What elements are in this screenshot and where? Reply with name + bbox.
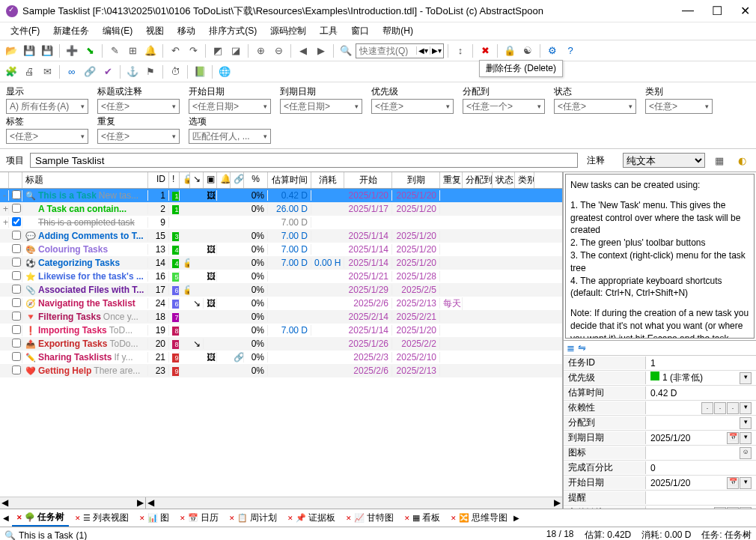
comments-format[interactable]: 纯文本: [623, 153, 705, 168]
view-tab[interactable]: ✕☰列表视图: [70, 510, 133, 526]
view-tab[interactable]: ✕🔀思维导图: [446, 510, 512, 526]
new-task-icon[interactable]: ➕: [64, 43, 80, 59]
task-checkbox[interactable]: [12, 339, 21, 348]
quickfind-prev[interactable]: ◀▾: [416, 46, 430, 55]
minimize-button[interactable]: —: [682, 4, 694, 18]
project-name-input[interactable]: [30, 153, 578, 168]
attr-btn[interactable]: .: [727, 402, 739, 414]
attr-row[interactable]: 完成百分比0: [564, 461, 756, 476]
view-tab[interactable]: ✕📊图: [135, 510, 174, 526]
attr-btn[interactable]: 📅: [727, 477, 739, 489]
prefs-icon[interactable]: ⚙: [544, 43, 561, 59]
filter-select[interactable]: <任意>▾: [645, 99, 713, 114]
attr-row[interactable]: 图标☺: [564, 446, 756, 461]
col-rep[interactable]: 重复: [440, 172, 463, 188]
col-pri-icon[interactable]: !: [169, 172, 180, 188]
attr-btn[interactable]: .: [714, 507, 726, 509]
filter-select[interactable]: <任意一个>▾: [463, 99, 545, 114]
col-cat[interactable]: 类别: [515, 172, 534, 188]
filter-select[interactable]: <任意日期>▾: [280, 99, 362, 114]
attr-row[interactable]: 依赖性...▾: [564, 401, 756, 416]
open-icon[interactable]: 📂: [3, 43, 19, 59]
edit-icon[interactable]: ✎: [106, 43, 123, 59]
anchor-icon[interactable]: ⚓: [124, 64, 141, 80]
col-dep-icon[interactable]: ↘: [190, 172, 204, 188]
close-button[interactable]: ✕: [740, 4, 750, 18]
attr-btn[interactable]: ▾: [740, 477, 752, 489]
attr-btn[interactable]: .: [714, 402, 726, 414]
filter-select[interactable]: <任意>▾: [97, 129, 180, 144]
quickfind-box[interactable]: ◀▾ ▶▾: [356, 43, 444, 58]
task-row[interactable]: 🎨Colouring Tasks 13 4 🖼 0% 7.00 D 2025/1…: [0, 243, 562, 256]
set-icon[interactable]: ⊞: [124, 43, 141, 59]
next-icon[interactable]: ▶: [313, 43, 329, 59]
attr-btn[interactable]: .: [740, 507, 752, 509]
collapse-icon[interactable]: ⊖: [270, 43, 287, 59]
task-row[interactable]: ❤️Getting HelpThere are... 23 9 0% 2025/…: [0, 364, 562, 377]
filter-select[interactable]: <任意>▾: [97, 99, 180, 114]
menu-item[interactable]: 排序方式(S): [203, 23, 263, 39]
attr-row[interactable]: 文件链接doors.ir...: [564, 506, 756, 509]
attr-btn[interactable]: ▾: [740, 417, 752, 429]
attr-row[interactable]: 估算时间0.42 D: [564, 386, 756, 401]
comments-icon2[interactable]: ◐: [734, 152, 750, 169]
task-checkbox[interactable]: [12, 285, 21, 294]
attr-btn[interactable]: .: [727, 507, 739, 509]
view-tab[interactable]: ✕📅日历: [175, 510, 223, 526]
attr-btn[interactable]: ☺: [740, 447, 752, 459]
col-bell-icon[interactable]: 🔔: [217, 172, 231, 188]
task-checkbox[interactable]: [12, 217, 21, 226]
col-lock-icon[interactable]: 🔒: [180, 172, 190, 188]
lock-icon[interactable]: 🔒: [502, 43, 518, 59]
task-checkbox[interactable]: [12, 312, 21, 321]
expand-icon[interactable]: ⊕: [252, 43, 269, 59]
view-tab[interactable]: ✕📈甘特图: [341, 510, 398, 526]
task-row[interactable]: + This is a completed task 9 7.00 D: [0, 216, 562, 229]
globe-icon[interactable]: 🌐: [216, 64, 233, 80]
comments-text[interactable]: New tasks can be created using:1. The 'N…: [565, 174, 755, 339]
maxcomments-icon[interactable]: ◪: [228, 43, 244, 59]
col-elap[interactable]: 消耗: [311, 172, 344, 188]
task-checkbox[interactable]: [12, 231, 21, 240]
attr-row[interactable]: 到期日期2025/1/20📅▾: [564, 431, 756, 446]
col-pic-icon[interactable]: ▣: [204, 172, 217, 188]
attr-row[interactable]: 开始日期2025/1/20📅▾: [564, 476, 756, 491]
col-est[interactable]: 估算时间: [268, 172, 311, 188]
col-link-icon[interactable]: 🔗: [231, 172, 244, 188]
view-tab[interactable]: ✕🌳任务树: [12, 509, 69, 527]
col-id[interactable]: ID: [148, 172, 169, 188]
filter-select[interactable]: 匹配任何人, ...▾: [189, 129, 271, 144]
filter-select[interactable]: <任意>▾: [6, 129, 88, 144]
task-checkbox[interactable]: [12, 352, 21, 361]
menu-item[interactable]: 移动: [171, 23, 201, 39]
attr-tool2[interactable]: ⇋: [578, 342, 586, 354]
task-checkbox[interactable]: [12, 325, 21, 334]
task-row[interactable]: ✏️Sharing TasklistsIf y... 21 9 🖼 🔗 0% 2…: [0, 351, 562, 364]
task-checkbox[interactable]: [12, 271, 21, 280]
undo-icon[interactable]: ↶: [167, 43, 183, 59]
complete-icon[interactable]: ✔: [100, 64, 116, 80]
new-subtask-icon[interactable]: ⬊: [82, 43, 98, 59]
grid-body[interactable]: - 🔍This is a TaskNew tas... 1 1 🖼 0% 0.4…: [0, 189, 562, 497]
col-pct[interactable]: %: [244, 172, 268, 188]
view-tab[interactable]: ✕📋周计划: [225, 510, 281, 526]
flag-icon[interactable]: ⚑: [142, 64, 159, 80]
task-row[interactable]: - 🔍This is a TaskNew tas... 1 1 🖼 0% 0.4…: [0, 189, 562, 202]
help-icon[interactable]: ?: [562, 43, 579, 59]
attr-tool1[interactable]: ≣: [567, 342, 575, 354]
saveall-icon[interactable]: 💾: [39, 43, 55, 59]
menu-item[interactable]: 文件(F): [4, 23, 46, 39]
attr-btn[interactable]: ▾: [740, 372, 752, 384]
depend-icon[interactable]: ∞: [64, 64, 80, 80]
task-checkbox[interactable]: [12, 298, 21, 307]
col-stat[interactable]: 状态: [493, 172, 515, 188]
task-row[interactable]: ⚽Categorizing Tasks 14 4 🔒 0% 7.00 D 0.0…: [0, 256, 562, 270]
menu-item[interactable]: 源码控制: [264, 23, 312, 39]
h-scrollbar[interactable]: ◀▶ ◀▶: [0, 497, 562, 509]
col-start[interactable]: 开始: [344, 172, 392, 188]
task-checkbox[interactable]: [12, 244, 21, 253]
view-tab[interactable]: ✕▦看板: [400, 510, 445, 526]
attr-row[interactable]: 提醒: [564, 491, 756, 506]
col-due[interactable]: 到期: [392, 172, 440, 188]
link-icon[interactable]: 🔗: [82, 64, 98, 80]
